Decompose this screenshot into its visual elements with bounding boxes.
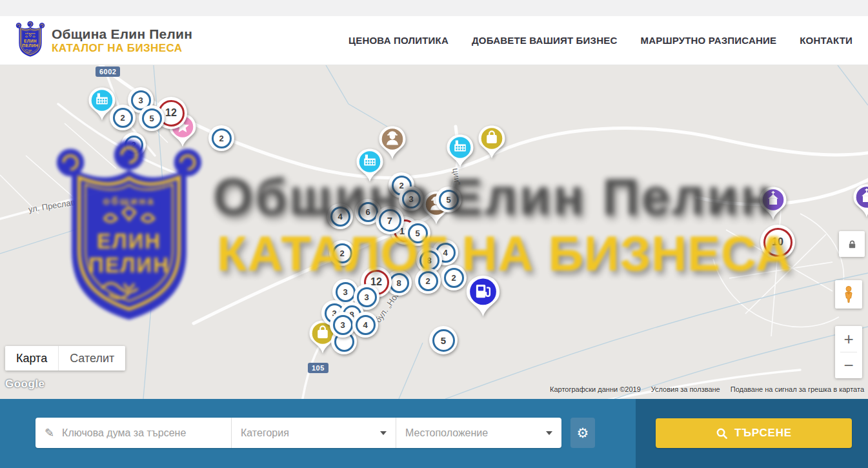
church-pin[interactable]	[853, 183, 868, 218]
cluster-count: 2	[451, 273, 456, 283]
cluster-marker[interactable]: 2	[121, 132, 146, 157]
cluster-count: 8	[396, 278, 401, 288]
cluster-count: 5	[441, 335, 446, 346]
cluster-marker[interactable]: 4	[352, 312, 378, 338]
advanced-search-button[interactable]: ⚙	[570, 418, 595, 448]
cluster-count: 2	[131, 140, 136, 150]
site-title: Община Елин Пелин	[52, 26, 192, 42]
cluster-marker[interactable]: 2	[329, 240, 355, 266]
lock-button[interactable]	[839, 231, 865, 257]
bag-pin[interactable]	[478, 125, 506, 159]
svg-text:ПЕЛИН: ПЕЛИН	[23, 43, 39, 48]
cluster-count: 5	[149, 114, 154, 123]
map-type-satellite-button[interactable]: Сателит	[58, 346, 125, 371]
pegman-icon	[841, 285, 856, 303]
cluster-marker[interactable]: 5	[429, 326, 458, 354]
church-pin[interactable]	[759, 186, 787, 221]
svg-text:ЕЛИН: ЕЛИН	[24, 38, 37, 43]
cluster-count: 2	[425, 276, 430, 286]
cluster-count: 10	[772, 236, 783, 248]
chevron-down-icon	[380, 431, 387, 435]
category-select[interactable]: Категория	[231, 418, 396, 448]
category-select-label: Категория	[241, 427, 289, 439]
cluster-count: 7	[387, 215, 392, 226]
search-box: ✎ Категория Местоположение	[35, 418, 561, 448]
cluster-count: 6	[365, 207, 370, 217]
cluster-marker[interactable]: 2	[208, 125, 234, 151]
cluster-count: 4	[338, 212, 342, 221]
cluster-count: 2	[219, 134, 223, 143]
cluster-count: 12	[165, 107, 177, 119]
cluster-marker[interactable]: 5	[405, 220, 430, 246]
zoom-in-button[interactable]: +	[835, 326, 862, 352]
map-type-map-button[interactable]: Карта	[5, 346, 58, 371]
cluster-marker[interactable]: 3	[399, 187, 423, 211]
chevron-down-icon	[546, 431, 552, 435]
nav-contacts[interactable]: КОНТАКТИ	[800, 35, 853, 46]
lock-icon	[847, 239, 857, 249]
cluster-count: 5	[446, 195, 450, 205]
map-attribution: Картографски данни ©2019 Условия за полз…	[550, 385, 864, 393]
cluster-count: 3	[343, 287, 347, 297]
cluster-count: 5	[415, 229, 419, 238]
terms-of-use-link[interactable]: Условия за ползване	[651, 385, 720, 393]
page: община ЕЛИН ПЕЛИН Община Елин Пелин КАТА…	[0, 0, 868, 468]
search-button[interactable]: ТЪРСЕНЕ	[656, 418, 852, 448]
cluster-count: 3	[340, 320, 345, 330]
fuel-pin[interactable]	[465, 274, 501, 318]
factory-pin[interactable]	[356, 148, 384, 183]
search-button-label: ТЪРСЕНЕ	[734, 427, 792, 440]
cluster-marker[interactable]: 3	[330, 312, 356, 338]
pegman-button[interactable]	[835, 280, 862, 309]
search-bar-left-panel: ✎ Категория Местоположение ⚙	[0, 399, 636, 468]
municipality-crest-icon: община ЕЛИН ПЕЛИН	[15, 21, 45, 61]
header: община ЕЛИН ПЕЛИН Община Елин Пелин КАТА…	[0, 16, 868, 65]
cluster-count: 3	[138, 96, 143, 105]
map-copyright: Картографски данни ©2019	[550, 385, 641, 393]
factory-pin[interactable]	[446, 134, 474, 168]
zoom-out-button[interactable]: −	[835, 352, 862, 378]
search-bar: ✎ Категория Местоположение ⚙ ТЪРСЕНЕ	[0, 399, 868, 468]
cluster-marker[interactable]: 5	[139, 105, 165, 131]
keyword-input[interactable]	[61, 427, 222, 440]
nav-route-schedule[interactable]: МАРШРУТНО РАЗПИСАНИЕ	[640, 35, 776, 46]
map-type-switcher: Карта Сателит	[5, 346, 125, 371]
cluster-count: 2	[120, 113, 125, 123]
cluster-count: 2	[339, 249, 344, 258]
cluster-marker[interactable]: 10	[760, 225, 795, 259]
cluster-count: 3	[409, 194, 413, 204]
cluster-count: 3	[364, 292, 368, 302]
pencil-icon: ✎	[45, 426, 54, 440]
gear-icon: ⚙	[577, 425, 589, 441]
keyword-field[interactable]: ✎	[35, 418, 231, 448]
cluster-marker[interactable]: 7	[376, 206, 404, 234]
nav-pricing-policy[interactable]: ЦЕНОВА ПОЛИТИКА	[348, 35, 449, 46]
location-select[interactable]: Местоположение	[396, 418, 561, 448]
cluster-marker[interactable]: 2	[441, 265, 467, 290]
map-canvas[interactable]: ул. Преславбул. „Новоселции“6002105	[0, 65, 868, 399]
search-bar-right-panel: ТЪРСЕНЕ	[636, 399, 868, 468]
google-logo[interactable]: Google	[5, 378, 45, 391]
cluster-marker[interactable]: 2	[415, 268, 441, 294]
report-map-error-link[interactable]: Подаване на сигнал за грешка в картата	[731, 385, 864, 393]
search-icon	[716, 427, 728, 440]
cluster-count: 4	[363, 320, 367, 330]
cluster-marker[interactable]: 5	[436, 187, 461, 212]
site-subtitle: КАТАЛОГ НА БИЗНЕСА	[52, 42, 192, 54]
svg-text:община: община	[25, 32, 35, 34]
cluster-marker[interactable]: 2	[110, 105, 136, 130]
cluster-count: 8	[427, 256, 431, 265]
site-logo[interactable]: община ЕЛИН ПЕЛИН Община Елин Пелин КАТА…	[15, 21, 192, 61]
header-top-strip	[0, 0, 868, 16]
location-select-label: Местоположение	[405, 427, 488, 439]
cluster-count: 4	[443, 248, 447, 258]
cluster-marker[interactable]: 4	[327, 203, 353, 229]
nav-add-your-business[interactable]: ДОБАВЕТЕ ВАШИЯТ БИЗНЕС	[472, 35, 617, 46]
zoom-control: + −	[835, 326, 862, 378]
main-nav: ЦЕНОВА ПОЛИТИКА ДОБАВЕТЕ ВАШИЯТ БИЗНЕС М…	[348, 35, 853, 46]
